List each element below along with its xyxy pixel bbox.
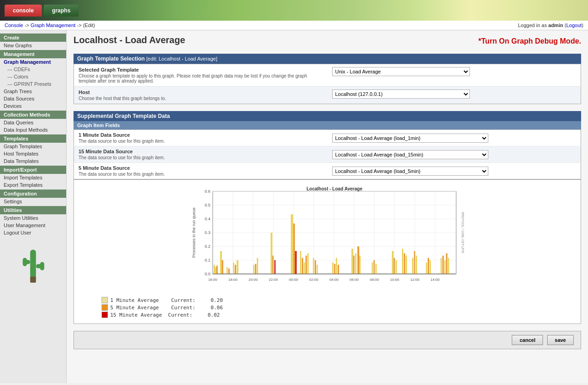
graph-item-fields-header: Graph Item Fields — [74, 121, 581, 129]
svg-text:Processes in the run queue: Processes in the run queue — [192, 207, 196, 258]
svg-rect-58 — [305, 256, 307, 274]
legend-item-5min: 5 Minute Average Current: 0.06 — [102, 304, 576, 311]
datasource-1-desc: The data source to use for this graph it… — [79, 139, 323, 144]
breadcrumb-bar: Console -> Graph Management -> (Edit) Lo… — [0, 21, 588, 30]
svg-rect-52 — [291, 214, 293, 274]
svg-rect-85 — [428, 258, 429, 274]
arrow1: -> — [24, 22, 29, 28]
sidebar-item-export-templates[interactable]: Export Templates — [0, 181, 66, 189]
svg-rect-53 — [293, 223, 295, 274]
svg-rect-73 — [373, 260, 375, 274]
logout-link[interactable]: Logout — [566, 22, 582, 28]
host-control: Localhost (127.0.0.1) — [328, 87, 581, 104]
graph-management-link[interactable]: Graph Management — [31, 22, 76, 28]
svg-rect-77 — [396, 260, 397, 274]
datasource-15-select[interactable]: Localhost - Load Average (load_15min) — [332, 150, 488, 159]
svg-rect-45 — [237, 260, 238, 274]
datasource-1-label-cell: 1 Minute Data Source The data source to … — [74, 130, 328, 146]
graphs-tab[interactable]: graphs — [44, 5, 79, 17]
svg-rect-47 — [255, 264, 256, 274]
sidebar-section-utilities: Utilities — [0, 206, 66, 214]
cancel-button[interactable]: cancel — [512, 335, 543, 345]
svg-text:0.2: 0.2 — [204, 244, 210, 249]
main-content: Localhost - Load Average *Turn On Graph … — [67, 30, 588, 383]
console-link[interactable]: Console — [5, 22, 23, 28]
svg-rect-37 — [215, 267, 216, 274]
sidebar-item-logout-user[interactable]: Logout User — [0, 229, 66, 236]
svg-text:06:00: 06:00 — [349, 278, 359, 282]
svg-rect-79 — [404, 253, 405, 274]
host-select[interactable]: Localhost (127.0.0.1) — [332, 89, 470, 99]
sidebar-item-settings[interactable]: Settings — [0, 198, 66, 205]
sidebar-section-management: Management — [0, 50, 66, 58]
sidebar-item-system-utilities[interactable]: System Utilities — [0, 214, 66, 222]
datasource-5-label: 5 Minute Data Source — [79, 165, 323, 171]
svg-rect-76 — [394, 258, 395, 274]
sidebar-item-import-templates[interactable]: Import Templates — [0, 174, 66, 181]
svg-rect-90 — [446, 253, 447, 274]
datasource-5-label-cell: 5 Minute Data Source The data source to … — [74, 163, 328, 179]
svg-rect-36 — [214, 265, 215, 274]
svg-rect-83 — [416, 256, 417, 274]
svg-text:0.4: 0.4 — [204, 217, 210, 221]
datasource-5-row: 5 Minute Data Source The data source to … — [74, 163, 581, 179]
debug-mode-link[interactable]: *Turn On Graph Debug Mode. — [478, 37, 581, 45]
svg-rect-62 — [317, 265, 318, 274]
legend-color-5min — [102, 304, 108, 311]
sidebar-item-gprint-presets[interactable]: --- GPRINT Presets — [0, 80, 66, 88]
svg-rect-41 — [226, 267, 228, 274]
header: console graphs — [0, 0, 588, 21]
sidebar-item-user-management[interactable]: User Management — [0, 222, 66, 229]
sidebar-item-devices[interactable]: Devices — [0, 102, 66, 110]
svg-rect-42 — [228, 268, 230, 274]
host-label: Host — [79, 89, 323, 95]
login-info: Logged in as admin (Logout) — [518, 22, 583, 28]
datasource-5-control: Localhost - Load Average (load_5min) — [328, 163, 581, 179]
chart-legend: 1 Minute Average Current: 0.20 5 Minute … — [102, 297, 576, 318]
sidebar-item-host-templates[interactable]: Host Templates — [0, 150, 66, 157]
host-row: Host Choose the host that this graph bel… — [74, 87, 581, 104]
legend-label-1min: 1 Minute Average Current: 0.20 — [110, 297, 223, 303]
svg-text:22:00: 22:00 — [268, 278, 278, 282]
legend-item-15min: 15 Minute Average Current: 0.02 — [102, 312, 576, 318]
svg-rect-2 — [23, 258, 27, 266]
svg-rect-48 — [257, 258, 258, 274]
svg-rect-51 — [274, 260, 276, 274]
datasource-5-select[interactable]: Localhost - Load Average (load_5min) — [332, 167, 488, 176]
supplemental-section-header: Supplemental Graph Template Data — [74, 111, 581, 121]
svg-rect-74 — [375, 264, 377, 274]
console-tab[interactable]: console — [5, 5, 42, 17]
svg-rect-57 — [304, 262, 305, 274]
graph-template-selection-header: Graph Template Selection [edit: Localhos… — [74, 54, 581, 64]
svg-rect-50 — [272, 256, 274, 274]
sidebar-item-graph-templates[interactable]: Graph Templates — [0, 143, 66, 150]
selected-graph-template-desc: Choose a graph template to apply to this… — [79, 73, 323, 84]
svg-rect-86 — [430, 260, 431, 274]
selected-graph-template-label: Selected Graph Template — [79, 67, 323, 73]
legend-label-15min: 15 Minute Average Current: 0.02 — [110, 312, 220, 318]
username: admin — [548, 22, 563, 28]
selected-graph-template-control: Unix - Load Average — [328, 64, 581, 87]
save-button[interactable]: save — [547, 335, 574, 345]
svg-rect-87 — [441, 258, 442, 274]
svg-text:0.1: 0.1 — [204, 258, 210, 262]
legend-label-5min: 5 Minute Average Current: 0.06 — [110, 305, 223, 311]
selected-graph-template-select[interactable]: Unix - Load Average — [332, 67, 470, 76]
svg-rect-78 — [402, 249, 403, 274]
sidebar-item-new-graphs[interactable]: New Graphs — [0, 42, 66, 49]
svg-rect-46 — [253, 265, 254, 274]
datasource-1-select[interactable]: Localhost - Load Average (load_1min) — [332, 134, 488, 143]
datasource-1-row: 1 Minute Data Source The data source to … — [74, 130, 581, 146]
graph-template-selection-section: Graph Template Selection [edit: Localhos… — [74, 54, 581, 104]
sidebar-item-graph-trees[interactable]: Graph Trees — [0, 88, 66, 95]
svg-rect-88 — [442, 256, 444, 274]
sidebar-item-data-queries[interactable]: Data Queries — [0, 119, 66, 126]
sidebar-item-data-input-methods[interactable]: Data Input Methods — [0, 126, 66, 134]
sidebar-item-data-sources[interactable]: Data Sources — [0, 95, 66, 102]
bottom-button-bar: cancel save — [74, 331, 581, 349]
sidebar-item-data-templates[interactable]: Data Templates — [0, 157, 66, 165]
sidebar-item-colors[interactable]: --- Colors — [0, 73, 66, 80]
sidebar-item-cdefs[interactable]: --- CDEFs — [0, 66, 66, 73]
sidebar-item-graph-management[interactable]: Graph Management — [0, 58, 66, 66]
graph-chart-svg: 0.6 0.5 0.4 0.3 0.2 0.1 0.0 Processes in… — [190, 184, 465, 295]
